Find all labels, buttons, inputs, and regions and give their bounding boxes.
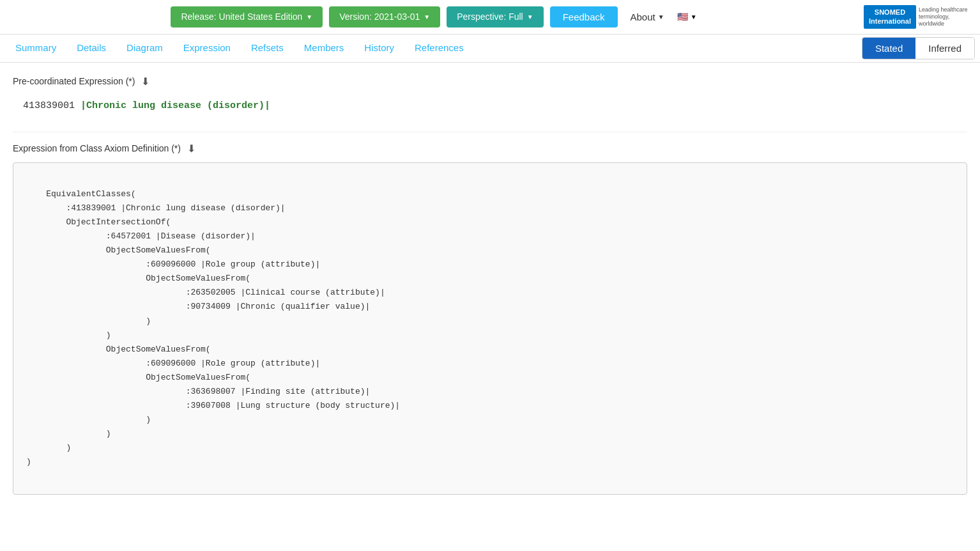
inferred-button[interactable]: Inferred bbox=[915, 38, 974, 59]
snomed-logo-line2: International bbox=[869, 17, 911, 26]
pre-coord-concept: |Chronic lung disease (disorder)| bbox=[80, 100, 270, 111]
divider bbox=[13, 132, 967, 132]
pre-coord-header: Pre-coordinated Expression (*) ⬇ bbox=[13, 75, 967, 88]
about-label: About bbox=[631, 12, 655, 22]
tab-refsets[interactable]: Refsets bbox=[241, 35, 294, 62]
perspective-button[interactable]: Perspective: Full ▼ bbox=[447, 6, 543, 27]
tab-references[interactable]: References bbox=[404, 35, 474, 62]
tab-members[interactable]: Members bbox=[294, 35, 355, 62]
tab-expression[interactable]: Expression bbox=[173, 35, 241, 62]
perspective-arrow-icon: ▼ bbox=[527, 13, 533, 20]
perspective-label: Perspective: Full bbox=[457, 12, 523, 22]
about-button[interactable]: About ▼ bbox=[624, 6, 671, 27]
main-content: Pre-coordinated Expression (*) ⬇ 4138390… bbox=[0, 63, 980, 508]
flag-icon: 🇺🇸 bbox=[677, 12, 688, 22]
snomed-logo-box: SNOMED International bbox=[864, 5, 916, 29]
version-button[interactable]: Version: 2021-03-01 ▼ bbox=[329, 6, 440, 27]
tab-summary[interactable]: Summary bbox=[5, 35, 66, 62]
release-button[interactable]: Release: United States Edition ▼ bbox=[171, 6, 323, 27]
flag-arrow-icon: ▼ bbox=[691, 13, 697, 20]
tab-diagram[interactable]: Diagram bbox=[116, 35, 173, 62]
version-arrow-icon: ▼ bbox=[424, 13, 430, 20]
release-arrow-icon: ▼ bbox=[306, 13, 312, 20]
class-axiom-download-icon[interactable]: ⬇ bbox=[187, 143, 195, 155]
pre-coord-id: 413839001 bbox=[23, 100, 75, 111]
pre-coord-download-icon[interactable]: ⬇ bbox=[141, 75, 149, 88]
pre-coord-expression: 413839001 |Chronic lung disease (disorde… bbox=[13, 95, 967, 116]
snomed-logo: SNOMED International Leading healthcare … bbox=[864, 5, 970, 29]
owl-content: EquivalentClasses( :413839001 |Chronic l… bbox=[26, 189, 400, 467]
language-button[interactable]: 🇺🇸 ▼ bbox=[677, 6, 697, 27]
owl-content-box: EquivalentClasses( :413839001 |Chronic l… bbox=[13, 162, 967, 495]
about-arrow-icon: ▼ bbox=[658, 13, 664, 20]
top-bar-buttons: Release: United States Edition ▼ Version… bbox=[10, 6, 857, 27]
version-label: Version: 2021-03-01 bbox=[339, 12, 420, 22]
release-label: Release: United States Edition bbox=[181, 12, 302, 22]
tab-details[interactable]: Details bbox=[66, 35, 116, 62]
feedback-button[interactable]: Feedback bbox=[550, 6, 618, 27]
tab-history[interactable]: History bbox=[354, 35, 404, 62]
top-bar: Release: United States Edition ▼ Version… bbox=[0, 0, 980, 35]
pre-coord-header-label: Pre-coordinated Expression (*) bbox=[13, 76, 135, 86]
snomed-logo-line1: SNOMED bbox=[869, 8, 911, 17]
feedback-label: Feedback bbox=[563, 12, 605, 22]
class-axiom-header: Expression from Class Axiom Definition (… bbox=[13, 143, 967, 155]
snomed-tagline: Leading healthcare terminology, worldwid… bbox=[919, 6, 970, 27]
nav-tabs: Summary Details Diagram Expression Refse… bbox=[0, 35, 980, 63]
class-axiom-header-label: Expression from Class Axiom Definition (… bbox=[13, 143, 181, 153]
stated-button[interactable]: Stated bbox=[862, 38, 915, 59]
stated-inferred-toggle: Stated Inferred bbox=[862, 37, 975, 59]
